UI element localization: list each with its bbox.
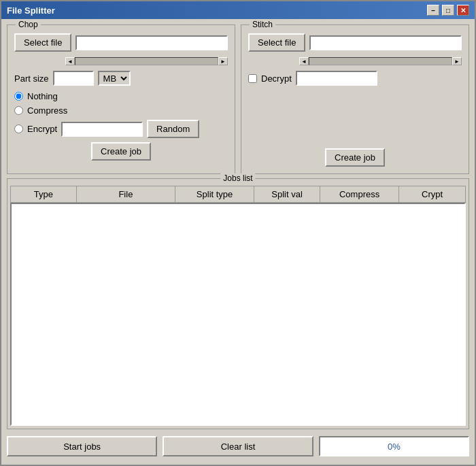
chop-select-row: Select file <box>14 33 228 52</box>
window-title: File Splitter <box>7 5 55 16</box>
part-size-label: Part size <box>14 73 49 84</box>
table-body <box>10 203 466 426</box>
nothing-radio[interactable] <box>14 92 23 101</box>
col-type: Type <box>11 186 77 202</box>
chop-scroll-right-arrow[interactable]: ► <box>218 57 228 65</box>
stitch-create-job-row: Create job <box>248 148 462 167</box>
col-file: File <box>77 186 175 202</box>
top-panels: Chop Select file ◄ ► Par <box>7 24 469 174</box>
chop-scroll-track[interactable] <box>75 57 218 65</box>
stitch-create-job-button[interactable]: Create job <box>325 148 385 167</box>
stitch-legend: Stitch <box>250 20 275 29</box>
compress-radio[interactable] <box>14 106 23 115</box>
chop-scrollbar-row: ◄ ► <box>14 57 228 65</box>
jobs-list-legend: Jobs list <box>220 173 255 183</box>
encrypt-password-input[interactable] <box>61 122 143 137</box>
decrypt-checkbox[interactable] <box>248 74 257 83</box>
start-jobs-button[interactable]: Start jobs <box>7 436 157 456</box>
stitch-scrollbar-row: ◄ ► <box>248 57 462 65</box>
stitch-select-row: Select file <box>248 33 462 52</box>
close-button[interactable]: ✕ <box>457 5 469 16</box>
progress-display: 0% <box>319 436 469 456</box>
table-container: Type File Split type Split val Compress … <box>7 186 469 429</box>
chop-scroll-left-arrow[interactable]: ◄ <box>65 57 75 65</box>
bottom-bar: Start jobs Clear list 0% <box>7 433 469 459</box>
stitch-scroll-left-arrow[interactable]: ◄ <box>299 57 309 65</box>
chop-file-input[interactable] <box>75 35 228 50</box>
compress-label[interactable]: Compress <box>27 105 67 116</box>
window-content: Chop Select file ◄ ► Par <box>1 19 475 465</box>
encrypt-label[interactable]: Encrypt <box>27 124 57 134</box>
table-header: Type File Split type Split val Compress … <box>10 186 466 203</box>
chop-legend: Chop <box>16 20 41 29</box>
stitch-file-input[interactable] <box>309 35 462 50</box>
minimize-button[interactable]: – <box>427 5 439 16</box>
title-bar: File Splitter – □ ✕ <box>1 1 475 19</box>
jobs-list-section: Jobs list Type File Split type Split val… <box>7 178 469 429</box>
col-split-type: Split type <box>175 186 254 202</box>
col-compress: Compress <box>320 186 399 202</box>
col-split-val: Split val <box>254 186 320 202</box>
chop-create-job-button[interactable]: Create job <box>91 142 151 161</box>
compress-radio-row: Compress <box>14 105 228 116</box>
part-size-input[interactable] <box>53 71 94 86</box>
chop-panel: Chop Select file ◄ ► Par <box>7 24 235 174</box>
encrypt-row: Encrypt Random <box>14 120 228 138</box>
decrypt-row: Decrypt <box>248 71 462 86</box>
nothing-radio-row: Nothing <box>14 91 228 101</box>
col-crypt: Crypt <box>399 186 465 202</box>
encrypt-radio[interactable] <box>14 124 23 133</box>
stitch-panel: Stitch Select file ◄ ► <box>241 24 469 174</box>
stitch-scroll-right-arrow[interactable]: ► <box>452 57 462 65</box>
maximize-button[interactable]: □ <box>442 5 454 16</box>
part-size-unit-select[interactable]: MB KB GB <box>98 71 131 86</box>
random-button[interactable]: Random <box>147 120 199 138</box>
clear-list-button[interactable]: Clear list <box>163 436 313 456</box>
nothing-label[interactable]: Nothing <box>27 91 58 101</box>
decrypt-password-input[interactable] <box>296 71 377 86</box>
stitch-select-file-button[interactable]: Select file <box>248 33 305 52</box>
part-size-row: Part size MB KB GB <box>14 71 228 86</box>
decrypt-label[interactable]: Decrypt <box>261 73 292 84</box>
stitch-scroll-track[interactable] <box>309 57 452 65</box>
chop-select-file-button[interactable]: Select file <box>14 33 71 52</box>
chop-create-job-row: Create job <box>14 142 228 161</box>
main-window: File Splitter – □ ✕ Chop Select file <box>0 0 476 466</box>
title-bar-controls: – □ ✕ <box>427 5 469 16</box>
